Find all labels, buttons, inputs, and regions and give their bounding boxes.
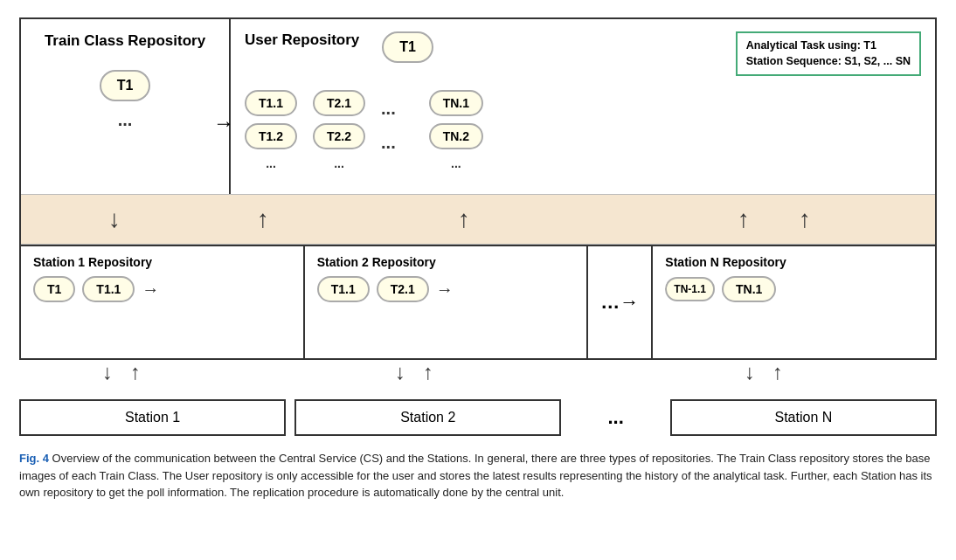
dots-tn: ... [451, 156, 461, 170]
lower-section: Station 1 Repository T1 T1.1 → Station 2… [21, 245, 935, 358]
sn-arrow-up: ↑ [772, 360, 783, 384]
station-n-pills: TN-1.1 TN.1 [665, 276, 923, 302]
transition-band: ↓ ↑ ↑ ↑ ↑ [21, 194, 935, 245]
arrow-up-4: ↑ [799, 205, 811, 233]
sn-pill-tn-1: TN.1 [722, 276, 776, 302]
fig-label: Fig. 4 [19, 452, 49, 465]
station-n-label: Station N [774, 410, 832, 425]
user-repo-header-pill: T1 [382, 31, 433, 63]
mid-dots: ... [381, 99, 396, 119]
arrow-down-1: ↓ [108, 205, 121, 233]
pill-tn-2: TN.2 [429, 123, 483, 149]
s2-pill-t2-1: T2.1 [377, 276, 429, 302]
user-repo-grid: T1.1 T1.2 ... T2.1 T2.2 ... ... ... [245, 90, 921, 170]
station-2-pills: T1.1 T2.1 → [317, 276, 575, 302]
station-n-repo-title: Station N Repository [665, 255, 923, 269]
stations-row: Station 1 Station 2 ... Station N [19, 399, 937, 436]
main-box: Train Class Repository T1 ... → User Rep… [19, 17, 937, 360]
station-n-repo: Station N Repository TN-1.1 TN.1 [651, 246, 935, 358]
annotation-box: Analytical Task using: T1 Station Sequen… [736, 31, 921, 76]
train-class-repo-title: Train Class Repository [45, 31, 205, 51]
pill-tn-1: TN.1 [429, 90, 483, 116]
col-mid-dots: ... ... [381, 90, 396, 153]
annotation-line2: Station Sequence: S1, S2, ... SN [746, 54, 911, 70]
arrow-right-from-train: → [213, 111, 234, 135]
s2-arrow-up: ↑ [423, 360, 433, 384]
diagram-container: Train Class Repository T1 ... → User Rep… [19, 17, 937, 501]
station-1-pills: T1 T1.1 → [33, 276, 291, 302]
sn-arrow-down: ↓ [745, 360, 755, 384]
train-class-dots: ... [118, 110, 133, 130]
caption-area: Fig. 4 Overview of the communication bet… [19, 450, 937, 501]
upper-section: Train Class Repository T1 ... → User Rep… [21, 19, 935, 194]
station-1-box: Station 1 [19, 399, 286, 436]
s1-pill-t1: T1 [33, 276, 75, 302]
s1-arrow-down: ↓ [102, 360, 113, 384]
user-repo-title: User Repository [245, 31, 359, 49]
arrow-up-1: ↑ [257, 205, 269, 233]
transition-arrow-4: ↑ [738, 205, 750, 233]
dots-t2: ... [334, 156, 344, 170]
s2-pill-t1-1: T1.1 [317, 276, 370, 302]
s2-arrows: ↓ ↑ [395, 360, 433, 384]
station-dots: ... [570, 406, 661, 429]
station-mid-dots: …→ [588, 246, 651, 358]
s2-arrow-right: → [436, 280, 454, 300]
dots-t1: ... [266, 156, 276, 170]
arrow-up-3: ↑ [738, 205, 750, 233]
pill-t1-2: T1.2 [245, 123, 297, 149]
station-2-repo-title: Station 2 Repository [317, 255, 575, 269]
transition-arrow-2: ↑ [257, 205, 269, 233]
station-2-box: Station 2 [294, 399, 561, 436]
s2-arrow-down: ↓ [395, 360, 405, 384]
station-n-box: Station N [670, 399, 937, 436]
bottom-arrows-row: ↓ ↑ ↓ ↑ ↓ ↑ [19, 360, 937, 399]
user-repo-header: User Repository T1 Analytical Task using… [245, 31, 921, 76]
transition-arrow-1: ↓ [108, 205, 121, 233]
transition-arrow-3: ↑ [458, 205, 470, 233]
caption-text: Overview of the communication between th… [19, 452, 932, 499]
train-class-repo: Train Class Repository T1 ... → [21, 19, 231, 194]
s1-arrow-right: → [142, 280, 159, 300]
pill-t1-1: T1.1 [245, 90, 297, 116]
station-2-repo: Station 2 Repository T1.1 T2.1 → [305, 246, 589, 358]
s1-pill-t1-1: T1.1 [82, 276, 135, 302]
arrow-up-2: ↑ [458, 205, 470, 233]
col-tn: TN.1 TN.2 ... [429, 90, 483, 170]
sn-arrows: ↓ ↑ [745, 360, 783, 384]
annotation-line1: Analytical Task using: T1 [746, 38, 911, 54]
pill-t2-1: T2.1 [313, 90, 365, 116]
mid-dots2: ... [381, 133, 396, 153]
station-1-label: Station 1 [125, 410, 180, 425]
sn-pill-tn-1-1: TN-1.1 [665, 277, 715, 301]
station-1-repo: Station 1 Repository T1 T1.1 → [21, 246, 305, 358]
col-t1: T1.1 T1.2 ... [245, 90, 297, 170]
station-dots-label: …→ [600, 291, 639, 314]
station-1-repo-title: Station 1 Repository [33, 255, 291, 269]
user-repo-section: User Repository T1 Analytical Task using… [231, 19, 935, 194]
s1-arrows: ↓ ↑ [102, 360, 141, 384]
col-t2: T2.1 T2.2 ... [313, 90, 365, 170]
s1-arrow-up: ↑ [130, 360, 141, 384]
station-2-label: Station 2 [400, 410, 455, 425]
train-class-t1-pill: T1 [100, 70, 151, 101]
transition-arrow-5: ↑ [799, 205, 811, 233]
pill-t2-2: T2.2 [313, 123, 365, 149]
